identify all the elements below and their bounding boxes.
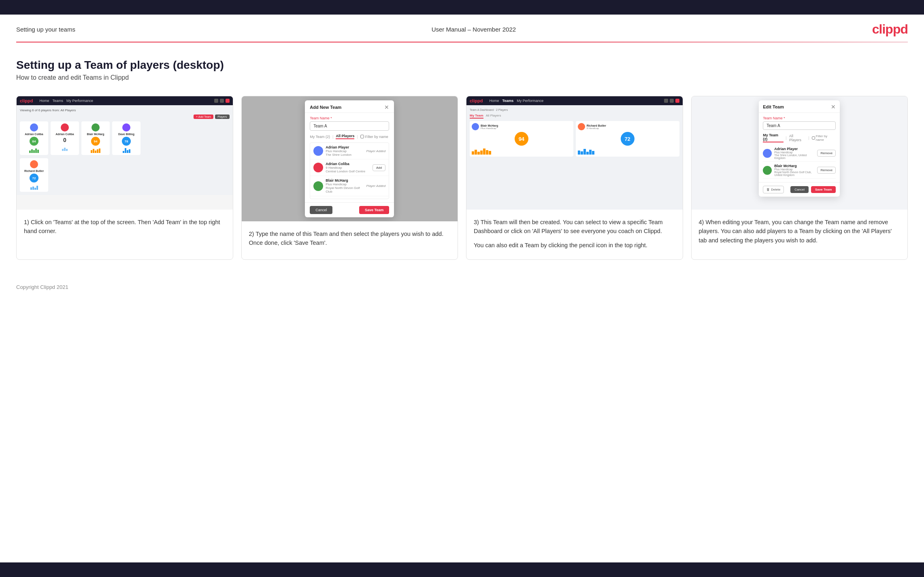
edit-modal-footer: 🗑 Delete Cancel Save Team (759, 182, 840, 197)
edit-team-modal: Edit Team ✕ Team Name * My Team (2) | Al… (759, 100, 840, 197)
edit-modal-close-icon[interactable]: ✕ (831, 104, 836, 110)
modal-close-icon[interactable]: ✕ (384, 104, 389, 110)
header-left-text: Setting up your teams (16, 26, 75, 33)
ss3-edit-icon[interactable] (675, 99, 679, 103)
ss1-score-3: 94 (91, 137, 100, 146)
modal-player-sub1-1: Plus Handicap (326, 149, 364, 153)
ss1-logo: clippd (20, 98, 33, 103)
modal-player-action-1: Player Added (366, 149, 386, 153)
ss3-pname-2: Richard Butler (587, 124, 606, 127)
add-team-modal: Add New Team ✕ Team Name * My Team (2) |… (305, 100, 394, 217)
modal-title: Add New Team (310, 105, 341, 110)
edit-modal-tab-all-players[interactable]: All Players (789, 134, 806, 142)
card-2-screenshot: Add New Team ✕ Team Name * My Team (2) |… (242, 96, 458, 221)
ss3-bars-1 (472, 147, 571, 155)
ss1-players-grid: Adrian Coliba 84 (20, 121, 230, 155)
modal-player-avatar-2 (313, 163, 323, 172)
trash-icon: 🗑 (766, 188, 770, 191)
ss1-score-2: 0 (63, 137, 66, 143)
edit-player-avatar-1 (763, 149, 772, 158)
ss1-bars-2 (62, 145, 68, 151)
ss1-player-3: Blair McHarg 94 (81, 121, 110, 155)
footer: Copyright Clippd 2021 (0, 280, 924, 298)
edit-save-team-button[interactable]: Save Team (811, 186, 836, 193)
header: Setting up your teams User Manual – Nove… (0, 15, 924, 42)
ss1-player-2: Adrian Coliba 0 (51, 121, 79, 155)
edit-remove-btn-2[interactable]: Remove (817, 167, 836, 174)
ss3-score-2: 72 (621, 132, 634, 146)
edit-player-sub2-2: Royal North Devon Golf Club, United King… (774, 171, 815, 176)
modal-add-btn-2[interactable]: Add (373, 164, 385, 171)
ss1-players-btn[interactable]: Players (215, 115, 229, 119)
modal-filter-label: Filter by name (360, 135, 388, 139)
ss1-avatar-4 (122, 123, 130, 132)
modal-save-team-button[interactable]: Save Team (359, 206, 389, 214)
modal-player-sub2-1: The Shire London (326, 153, 364, 157)
edit-player-row-2: Blair McHarg Plus Handicap Royal North D… (763, 162, 836, 179)
modal-player-name-3: Blair McHarg (326, 178, 364, 182)
ss3-subtitle: Team A Dashboard · 2 Players (470, 108, 679, 111)
edit-player-sub1-2: Plus Handicap (774, 168, 815, 171)
ss1-player-5: Richard Butler 72 (20, 158, 48, 192)
edit-modal-team-name-input[interactable] (763, 121, 836, 130)
modal-player-row-1: Adrian Player Plus Handicap The Shire Lo… (310, 143, 389, 159)
modal-player-sub1-2: 9 Handicap (326, 166, 370, 170)
edit-remove-btn-1[interactable]: Remove (817, 150, 836, 157)
edit-modal-title: Edit Team (763, 104, 784, 109)
card-1-text: 1) Click on 'Teams' at the top of the sc… (17, 210, 233, 259)
ss1-score-1: 84 (30, 137, 38, 146)
ss3-psub-2: 9 Handicap (587, 127, 606, 129)
modal-player-info-1: Adrian Player Plus Handicap The Shire Lo… (326, 145, 364, 157)
edit-delete-button[interactable]: 🗑 Delete (763, 186, 784, 193)
modal-player-sub2-3: Royal North Devon Golf Club (326, 186, 364, 193)
ss3-avatar-2 (578, 123, 585, 130)
card-2: Add New Team ✕ Team Name * My Team (2) |… (241, 96, 458, 260)
modal-player-sub2-2: Central London Golf Centre (326, 170, 370, 173)
card-1-screenshot: clippd HomeTeamsMy Performance Viewing 6… (17, 96, 233, 210)
ss3-tab-allplayers[interactable]: All Players (486, 114, 501, 119)
ss1-bars-5 (30, 184, 38, 190)
modal-tab-all-players[interactable]: All Players (336, 134, 354, 139)
ss3-body: Team A Dashboard · 2 Players My Team All… (466, 105, 683, 160)
modal-player-row-4: Dave Billingham 3.5 Handicap The Ong Mag… (310, 196, 389, 199)
ss1-add-team-btn[interactable]: + Add Team (194, 115, 213, 119)
ss3-cards-grid: Blair McHarg Plus Handicap 94 (470, 121, 679, 157)
modal-players-list: Adrian Player Plus Handicap The Shire Lo… (310, 142, 389, 199)
ss3-bars-2 (578, 147, 677, 155)
modal-player-name-4: Dave Billingham (326, 199, 370, 199)
ss1-bars-4 (123, 147, 130, 153)
modal-cancel-button[interactable]: Cancel (310, 206, 332, 214)
ss1-score-4: 78 (122, 137, 131, 146)
modal-filter-checkbox[interactable] (360, 135, 364, 138)
edit-cancel-button[interactable]: Cancel (790, 186, 809, 193)
ss1-pname-3: Blair McHarg (87, 133, 104, 136)
ss3-avatar-1 (472, 123, 479, 130)
edit-modal-players-list: Adrian Player Plus Handicap The Shire Lo… (763, 145, 836, 179)
modal-tab-my-team[interactable]: My Team (2) (310, 135, 330, 139)
modal-body: Team Name * My Team (2) | All Players | … (305, 113, 394, 202)
modal-player-avatar-3 (313, 181, 323, 191)
edit-modal-tab-my-team[interactable]: My Team (2) (763, 133, 783, 142)
edit-player-name-2: Blair McHarg (774, 164, 815, 168)
card-2-text: 2) Type the name of this Team and then s… (242, 221, 458, 259)
modal-player-name-2: Adrian Coliba (326, 162, 370, 166)
modal-tabs: My Team (2) | All Players | Filter by na… (310, 134, 389, 139)
modal-player-row-2: Adrian Coliba 9 Handicap Central London … (310, 159, 389, 176)
ss3-topbar: clippd HomeTeamsMy Performance (466, 96, 683, 105)
page-title: Setting up a Team of players (desktop) (16, 59, 908, 72)
edit-modal-header: Edit Team ✕ (759, 100, 840, 113)
modal-footer: Cancel Save Team (305, 202, 394, 217)
card-1: clippd HomeTeamsMy Performance Viewing 6… (16, 96, 233, 260)
ss3-tab-team[interactable]: My Team (470, 114, 483, 119)
clippd-logo: clippd (872, 22, 908, 36)
bottom-decorative-bar (0, 562, 924, 577)
modal-player-row-3: Blair McHarg Plus Handicap Royal North D… (310, 176, 389, 196)
ss3-score-1: 94 (515, 132, 528, 146)
copyright-text: Copyright Clippd 2021 (16, 284, 68, 290)
edit-player-info-1: Adrian Player Plus Handicap The Shire Lo… (774, 147, 815, 159)
page-subtitle: How to create and edit Teams in Clippd (16, 74, 908, 81)
modal-player-info-3: Blair McHarg Plus Handicap Royal North D… (326, 178, 364, 193)
edit-modal-filter-checkbox[interactable] (812, 136, 815, 140)
header-center-text: User Manual – November 2022 (432, 26, 516, 33)
modal-team-name-input[interactable] (310, 121, 389, 131)
